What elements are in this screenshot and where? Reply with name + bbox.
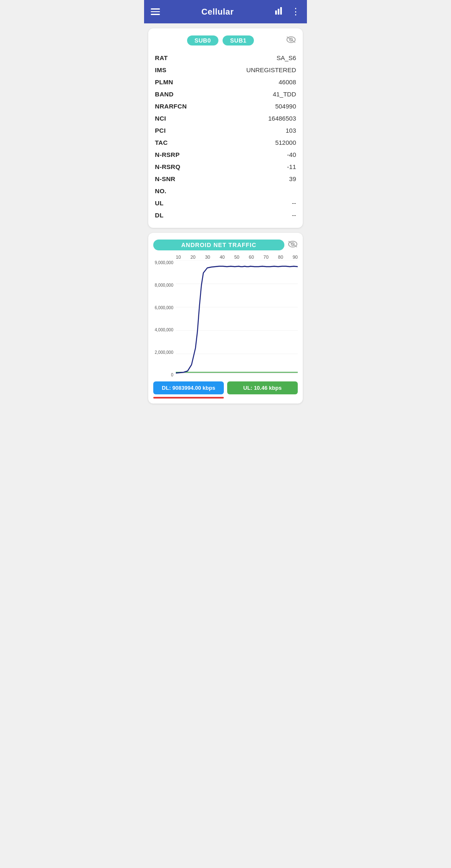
- chart-title: ANDROID NET TRAFFIC: [153, 240, 284, 250]
- ul-stat: UL: 10.46 kbps: [227, 381, 298, 394]
- row-label: N-SNR: [155, 175, 175, 182]
- chart-svg: [176, 260, 298, 377]
- sub0-badge[interactable]: SUB0: [187, 35, 218, 45]
- row-value: -40: [287, 151, 296, 158]
- x-label: 50: [234, 255, 239, 260]
- chart-container: 102030405060708090 9,000,0008,000,0006,0…: [153, 255, 298, 377]
- row-value: 39: [289, 175, 296, 182]
- row-label: DL: [155, 212, 164, 219]
- x-label: 20: [190, 255, 195, 260]
- x-label: 30: [205, 255, 210, 260]
- table-row: N-RSRP-40: [155, 149, 296, 161]
- row-value: 46008: [279, 78, 296, 86]
- cellular-data-rows: RATSA_S6IMSUNREGISTEREDPLMN46008BAND41_T…: [155, 52, 296, 221]
- x-label: 90: [293, 255, 298, 260]
- table-row: N-SNR39: [155, 173, 296, 185]
- app-header: Cellular ⋮: [144, 0, 307, 23]
- page-title: Cellular: [201, 7, 233, 17]
- dl-stat: DL: 9083994.00 kbps: [153, 381, 224, 394]
- chart-area: 9,000,0008,000,0006,000,0004,000,0002,00…: [153, 260, 298, 377]
- row-value: UNREGISTERED: [246, 66, 296, 73]
- y-label: 6,000,000: [155, 305, 174, 310]
- table-row: NO.: [155, 185, 296, 197]
- row-label: N-RSRQ: [155, 163, 180, 170]
- ul-progress-bar: [227, 397, 298, 399]
- stats-row: DL: 9083994.00 kbps UL: 10.46 kbps: [153, 381, 298, 394]
- table-row: PCI103: [155, 124, 296, 136]
- y-label: 4,000,000: [155, 328, 174, 332]
- card-header: SUB0 SUB1: [155, 35, 296, 46]
- row-label: BAND: [155, 91, 174, 98]
- row-label: NRARFCN: [155, 103, 187, 110]
- row-value: --: [292, 199, 296, 207]
- row-label: PLMN: [155, 78, 173, 86]
- chart-svg-wrapper: [176, 260, 298, 377]
- menu-icon[interactable]: [151, 8, 160, 15]
- row-value: 16486503: [268, 115, 296, 122]
- row-value: 512000: [275, 139, 296, 146]
- y-label: 9,000,000: [155, 260, 174, 265]
- table-row: DL--: [155, 209, 296, 221]
- x-label: 10: [176, 255, 181, 260]
- row-value: 103: [286, 127, 296, 134]
- row-value: 504990: [275, 103, 296, 110]
- x-label: 40: [220, 255, 225, 260]
- svg-rect-1: [278, 9, 279, 15]
- x-label: 80: [278, 255, 283, 260]
- chart-title-row: ANDROID NET TRAFFIC: [153, 240, 298, 250]
- row-label: TAC: [155, 139, 168, 146]
- dl-progress-bar: [153, 397, 224, 399]
- row-label: PCI: [155, 127, 166, 134]
- signal-icon[interactable]: [275, 6, 284, 17]
- y-label: 8,000,000: [155, 283, 174, 288]
- svg-rect-0: [275, 10, 277, 15]
- table-row: NRARFCN504990: [155, 100, 296, 112]
- more-icon[interactable]: ⋮: [291, 6, 300, 17]
- chart-x-labels: 102030405060708090: [153, 255, 298, 260]
- row-value: SA_S6: [276, 54, 296, 61]
- x-label: 60: [249, 255, 254, 260]
- table-row: NCI16486503: [155, 112, 296, 124]
- table-row: BAND41_TDD: [155, 88, 296, 100]
- y-label: 2,000,000: [155, 350, 174, 355]
- row-value: -11: [287, 163, 296, 170]
- table-row: N-RSRQ-11: [155, 161, 296, 173]
- row-value: --: [292, 212, 296, 219]
- row-label: NCI: [155, 115, 166, 122]
- row-label: N-RSRP: [155, 151, 180, 158]
- chart-visibility-icon[interactable]: [288, 240, 298, 250]
- cellular-card: SUB0 SUB1 RATSA_S6IMSUNREGISTEREDPLMN460…: [148, 28, 303, 228]
- sub1-badge[interactable]: SUB1: [223, 35, 254, 45]
- visibility-icon[interactable]: [286, 35, 296, 46]
- chart-y-labels: 9,000,0008,000,0006,000,0004,000,0002,00…: [153, 260, 176, 377]
- header-actions: ⋮: [275, 6, 300, 17]
- row-label: NO.: [155, 187, 167, 194]
- sub-badges: SUB0 SUB1: [155, 35, 286, 45]
- progress-bar-row: [153, 397, 298, 399]
- row-label: RAT: [155, 54, 168, 61]
- row-label: UL: [155, 199, 164, 207]
- table-row: IMSUNREGISTERED: [155, 64, 296, 76]
- table-row: UL--: [155, 197, 296, 209]
- table-row: TAC512000: [155, 136, 296, 149]
- svg-rect-2: [280, 7, 282, 15]
- x-label: 70: [264, 255, 269, 260]
- traffic-card: ANDROID NET TRAFFIC 102030405060708090 9…: [148, 233, 303, 404]
- row-value: 41_TDD: [273, 91, 296, 98]
- y-label: 0: [171, 373, 173, 377]
- table-row: RATSA_S6: [155, 52, 296, 64]
- row-label: IMS: [155, 66, 167, 73]
- table-row: PLMN46008: [155, 76, 296, 88]
